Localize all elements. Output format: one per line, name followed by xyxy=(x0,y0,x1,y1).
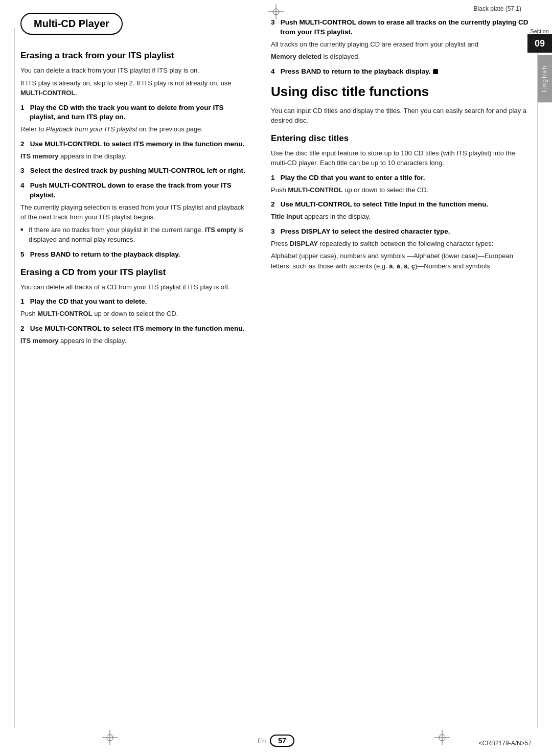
step3-cd-body2: Memory deleted is displayed. xyxy=(271,52,532,62)
right-column: 3 Push MULTI-CONTROL down to erase all t… xyxy=(266,13,532,353)
erasing-track-section: Erasing a track from your ITS playlist Y… xyxy=(20,50,250,260)
section-badge: Section 09 English xyxy=(527,28,552,102)
bottom-right-crosshair xyxy=(434,730,450,747)
disc-title-intro: You can input CD titles and display the … xyxy=(271,106,532,126)
erasing-cd-section: Erasing a CD from your ITS playlist You … xyxy=(20,267,250,346)
entering-disc-titles-heading: Entering disc titles xyxy=(271,133,532,144)
title-box-text: Multi-CD Player xyxy=(34,18,109,29)
erasing-track-heading: Erasing a track from your ITS playlist xyxy=(20,50,250,61)
step2-track-heading: 2 Use MULTI-CONTROL to select ITS memory… xyxy=(20,140,250,149)
footer-page: En 57 xyxy=(258,735,294,747)
step2-track-body: ITS memory appears in the display. xyxy=(20,151,250,162)
step4-track-heading: 4 Push MULTI-CONTROL down to erase the t… xyxy=(20,181,250,200)
bottom-left-crosshair xyxy=(102,730,118,747)
step1-cd-heading: 1 Play the CD that you want to delete. xyxy=(20,297,250,307)
erasing-cd-heading: Erasing a CD from your ITS playlist xyxy=(20,267,250,278)
page-number: 57 xyxy=(270,735,294,747)
entering-disc-titles-intro: Use the disc title input feature to stor… xyxy=(271,148,532,168)
enter-step3-body2: Alphabet (upper case), numbers and symbo… xyxy=(271,251,532,271)
enter-step2-heading: 2 Use MULTI-CONTROL to select Title Inpu… xyxy=(271,200,532,210)
step3-cd-heading: 3 Push MULTI-CONTROL down to erase all t… xyxy=(271,18,532,37)
black-plate-label: Black plate (57,1) xyxy=(474,5,521,12)
english-tab: English xyxy=(538,55,552,102)
step4-cd-heading: 4 Press BAND to return to the playback d… xyxy=(271,67,532,77)
right-margin-line xyxy=(537,28,538,728)
enter-step1-heading: 1 Play the CD that you want to enter a t… xyxy=(271,173,532,183)
step5-track-heading: 5 Press BAND to return to the playback d… xyxy=(20,250,250,260)
step3-cd-body1: All tracks on the currently playing CD a… xyxy=(271,39,532,50)
step3-cd-erase-section: 3 Push MULTI-CONTROL down to erase all t… xyxy=(271,18,532,77)
disc-title-main-heading: Using disc title functions xyxy=(271,84,532,100)
step4-track-bullet: If there are no tracks from your playlis… xyxy=(20,225,250,245)
section-number: 09 xyxy=(527,34,552,53)
title-box: Multi-CD Player xyxy=(20,13,123,35)
top-bar: Black plate (57,1) xyxy=(0,0,552,8)
step1-track-body: Refer to Playback from your ITS playlist… xyxy=(20,124,250,134)
entering-disc-titles-section: Entering disc titles Use the disc title … xyxy=(271,133,532,271)
enter-step2-body: Title Input appears in the display. xyxy=(271,212,532,222)
step1-cd-body: Push MULTI-CONTROL up or down to select … xyxy=(20,309,250,319)
section-label: Section xyxy=(530,28,552,34)
en-label: En xyxy=(258,737,266,745)
footer: En 57 <CRB2179-A/N>57 xyxy=(0,735,552,747)
step3-track-heading: 3 Select the desired track by pushing MU… xyxy=(20,166,250,176)
step1-track-heading: 1 Play the CD with the track you want to… xyxy=(20,103,250,123)
disc-title-section: Using disc title functions You can input… xyxy=(271,84,532,126)
step4-track-body: The currently playing selection is erase… xyxy=(20,202,250,222)
step2-cd-body: ITS memory appears in the display. xyxy=(20,336,250,346)
step2-cd-heading: 2 Use MULTI-CONTROL to select ITS memory… xyxy=(20,324,250,334)
erasing-track-intro2: If ITS play is already on, skip to step … xyxy=(20,78,250,98)
erasing-track-intro1: You can delete a track from your ITS pla… xyxy=(20,65,250,76)
enter-step3-body1: Press DISPLAY repeatedly to switch betwe… xyxy=(271,239,532,249)
enter-step1-body: Push MULTI-CONTROL up or down to select … xyxy=(271,185,532,195)
crb-label: <CRB2179-A/N>57 xyxy=(479,740,532,747)
erasing-cd-intro: You can delete all tracks of a CD from y… xyxy=(20,282,250,292)
left-column: Multi-CD Player Erasing a track from you… xyxy=(20,13,266,353)
main-content: Multi-CD Player Erasing a track from you… xyxy=(0,13,552,353)
left-margin-line xyxy=(14,28,15,728)
enter-step3-heading: 3 Press DISPLAY to select the desired ch… xyxy=(271,227,532,237)
